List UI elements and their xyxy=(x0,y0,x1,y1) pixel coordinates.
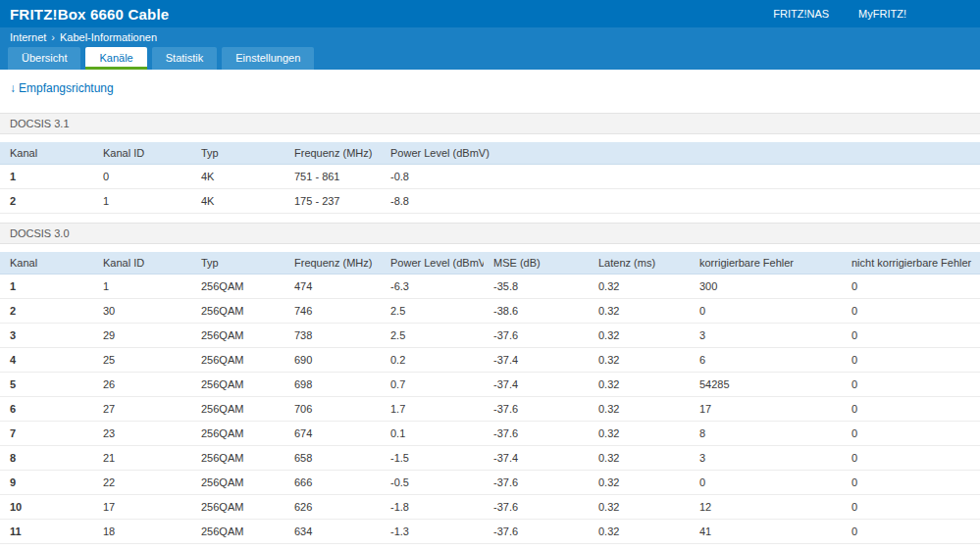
table-cell: 0 xyxy=(842,495,980,520)
table-cell: 1 xyxy=(93,189,191,214)
table-row: 821256QAM658-1.5-37.40.3230 xyxy=(0,446,980,471)
table-cell: 0.1 xyxy=(381,422,484,446)
table-row: 214K175 - 237-8.8 xyxy=(0,189,980,214)
table-cell: 19 xyxy=(93,544,191,550)
table-cell: -37.6 xyxy=(484,471,589,495)
table-cell: 674 xyxy=(284,422,381,446)
tab-uebersicht[interactable]: Übersicht xyxy=(8,47,80,70)
table-cell: 23 xyxy=(93,422,191,446)
table-cell: 18 xyxy=(93,520,191,544)
table-cell: 8 xyxy=(690,422,842,446)
column-header: Typ xyxy=(191,252,284,275)
table-cell: 0.32 xyxy=(589,471,690,495)
table-cell: 54285 xyxy=(690,373,842,397)
table-cell: 2.5 xyxy=(381,299,484,324)
top-links: FRITZ!NAS MyFRITZ! xyxy=(773,8,906,20)
table-cell: 17 xyxy=(93,495,191,520)
table-cell: 2 xyxy=(0,189,93,214)
arrow-down-icon: ↓ xyxy=(10,81,16,95)
channel-tables: DOCSIS 3.1KanalKanal IDTypFrequenz (MHz)… xyxy=(0,113,980,550)
table-cell: 11 xyxy=(0,520,93,544)
table-cell: 642 xyxy=(284,544,381,550)
table-cell: 12 xyxy=(690,495,842,520)
table-cell: 27 xyxy=(93,397,191,422)
table-cell: 634 xyxy=(284,520,381,544)
table-cell: 25 xyxy=(93,348,191,373)
fritznas-link[interactable]: FRITZ!NAS xyxy=(773,8,829,20)
table-cell: 21 xyxy=(93,446,191,471)
table-cell: 0 xyxy=(690,299,842,324)
table-cell: 1 xyxy=(93,275,191,299)
table-cell: -37.4 xyxy=(484,446,589,471)
table-cell: 0.32 xyxy=(589,397,690,422)
table-cell: 8 xyxy=(0,446,93,471)
tab-bar: ÜbersichtKanäleStatistikEinstellungen xyxy=(0,46,980,70)
table-cell: -0.8 xyxy=(381,165,980,189)
table-cell: -1.5 xyxy=(381,446,484,471)
breadcrumb-item-internet[interactable]: Internet xyxy=(10,31,46,43)
column-header: Power Level (dBmV) xyxy=(381,142,980,165)
tab-einstellungen[interactable]: Einstellungen xyxy=(222,47,314,70)
table-cell: 0 xyxy=(842,324,980,348)
table-cell: 0 xyxy=(842,373,980,397)
table-row: 329256QAM7382.5-37.60.3230 xyxy=(0,324,980,348)
table-cell: 0.32 xyxy=(589,520,690,544)
empfangsrichtung-label: Empfangsrichtung xyxy=(19,81,114,95)
column-header: Kanal xyxy=(0,142,93,165)
table-cell: 29 xyxy=(93,324,191,348)
table-cell: 738 xyxy=(284,324,381,348)
table-cell: -37.4 xyxy=(484,348,589,373)
channel-table-docsis30: KanalKanal IDTypFrequenz (MHz)Power Leve… xyxy=(0,252,980,550)
breadcrumb: Internet › Kabel-Informationen xyxy=(0,27,980,46)
table-cell: 0.32 xyxy=(589,373,690,397)
myfritz-link[interactable]: MyFRITZ! xyxy=(858,8,906,20)
table-cell: 12 xyxy=(0,544,93,550)
table-row: 1219256QAM642-1.3-37.60.32410 xyxy=(0,544,980,550)
column-header: nicht korrigierbare Fehler xyxy=(842,252,980,275)
table-cell: 3 xyxy=(0,324,93,348)
column-header: Power Level (dBmV) xyxy=(381,252,484,275)
table-cell: 10 xyxy=(0,495,93,520)
table-cell: 4 xyxy=(0,348,93,373)
table-row: 526256QAM6980.7-37.40.32542850 xyxy=(0,373,980,397)
table-cell: 0 xyxy=(842,299,980,324)
tab-kanaele[interactable]: Kanäle xyxy=(85,47,146,70)
table-header-row: KanalKanal IDTypFrequenz (MHz)Power Leve… xyxy=(0,252,980,275)
table-cell: 0.32 xyxy=(589,348,690,373)
section-docsis30: DOCSIS 3.0KanalKanal IDTypFrequenz (MHz)… xyxy=(0,223,980,550)
table-cell: 256QAM xyxy=(191,422,284,446)
table-cell: 6 xyxy=(690,348,842,373)
table-cell: 0 xyxy=(690,471,842,495)
table-cell: 658 xyxy=(284,446,381,471)
table-cell: 256QAM xyxy=(191,299,284,324)
table-cell: 0 xyxy=(842,275,980,299)
table-cell: 706 xyxy=(284,397,381,422)
table-cell: 698 xyxy=(284,373,381,397)
table-cell: -1.8 xyxy=(381,495,484,520)
table-cell: -37.4 xyxy=(484,373,589,397)
column-header: Latenz (ms) xyxy=(589,252,690,275)
table-cell: -37.6 xyxy=(484,324,589,348)
table-cell: -0.5 xyxy=(381,471,484,495)
section-docsis31: DOCSIS 3.1KanalKanal IDTypFrequenz (MHz)… xyxy=(0,113,980,214)
table-cell: 0.32 xyxy=(589,299,690,324)
breadcrumb-item-kabel-informationen: Kabel-Informationen xyxy=(60,31,157,43)
column-header: Kanal ID xyxy=(93,252,191,275)
table-cell: -35.8 xyxy=(484,275,589,299)
table-cell: 751 - 861 xyxy=(284,165,381,189)
table-row: 1118256QAM634-1.3-37.60.32410 xyxy=(0,520,980,544)
table-cell: 0.32 xyxy=(589,275,690,299)
table-cell: 175 - 237 xyxy=(284,189,381,214)
table-cell: 4K xyxy=(191,189,284,214)
table-cell: 0.32 xyxy=(589,324,690,348)
table-cell: 626 xyxy=(284,495,381,520)
table-cell: -37.6 xyxy=(484,520,589,544)
tab-statistik[interactable]: Statistik xyxy=(152,47,218,70)
table-row: 922256QAM666-0.5-37.60.3200 xyxy=(0,471,980,495)
empfangsrichtung-link[interactable]: ↓Empfangsrichtung xyxy=(10,81,114,95)
table-cell: 0.32 xyxy=(589,422,690,446)
column-header: Frequenz (MHz) xyxy=(284,252,381,275)
table-cell: -38.6 xyxy=(484,299,589,324)
column-header: korrigierbare Fehler xyxy=(690,252,842,275)
table-cell: 0.7 xyxy=(381,373,484,397)
